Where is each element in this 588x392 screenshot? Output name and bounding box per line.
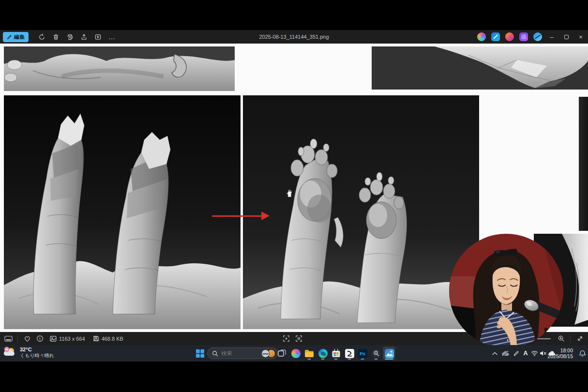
task-view-icon bbox=[278, 349, 286, 358]
weather-condition: くもり時々晴れ bbox=[20, 353, 54, 359]
maximize-button[interactable] bbox=[559, 30, 573, 44]
letterbox-top bbox=[0, 0, 588, 30]
notification-button[interactable] bbox=[577, 347, 587, 360]
tray-ime-button[interactable]: A bbox=[521, 347, 530, 360]
taskbar: 32°C くもり時々晴れ bbox=[0, 345, 588, 362]
filesize-value: 468.8 KB bbox=[102, 336, 123, 342]
rotate-button[interactable] bbox=[35, 31, 48, 42]
weather-temp: 32°C bbox=[20, 347, 54, 353]
tray-onedrive-button[interactable] bbox=[500, 347, 510, 360]
delete-icon bbox=[52, 33, 60, 41]
running-indicator bbox=[321, 359, 325, 360]
more-button[interactable]: … bbox=[106, 31, 119, 42]
pencil-icon bbox=[7, 34, 12, 40]
microsoft-store-icon bbox=[332, 349, 341, 358]
clock-date: 2025/08/15 bbox=[547, 353, 573, 359]
zoom-fit-icon bbox=[283, 335, 290, 342]
zoom-in-icon bbox=[558, 335, 565, 342]
edit-button[interactable]: 編集 bbox=[3, 32, 29, 42]
running-indicator bbox=[361, 359, 364, 360]
search-highlights[interactable] bbox=[261, 349, 275, 358]
start-button[interactable] bbox=[194, 347, 206, 360]
gallery-icon[interactable] bbox=[519, 32, 528, 41]
titlebar-right: – × bbox=[474, 30, 588, 44]
taskbar-search[interactable] bbox=[207, 347, 278, 359]
zbrush-icon bbox=[345, 349, 354, 358]
zoom-in-button[interactable] bbox=[555, 333, 567, 344]
designer-icon[interactable] bbox=[491, 32, 500, 41]
slideshow-icon bbox=[94, 33, 102, 41]
collage-panel-before bbox=[4, 95, 241, 329]
chevron-up-icon bbox=[492, 352, 498, 355]
share-button[interactable] bbox=[77, 31, 90, 42]
tray-clock[interactable]: 18:00 2025/08/15 bbox=[545, 347, 575, 360]
visual-search-icon[interactable] bbox=[533, 32, 542, 41]
photos-button[interactable] bbox=[383, 347, 395, 360]
print-button[interactable] bbox=[63, 31, 76, 42]
tray-wifi-button[interactable] bbox=[529, 347, 539, 360]
zoom-fit-button[interactable] bbox=[280, 333, 292, 344]
search-icon bbox=[212, 350, 218, 357]
filmstrip-icon bbox=[4, 335, 13, 342]
edge-icon bbox=[318, 349, 328, 358]
image-icon bbox=[50, 336, 57, 342]
microsoft-store-button[interactable] bbox=[330, 347, 342, 360]
viewer-zoom-modes bbox=[280, 333, 305, 344]
favorite-button[interactable] bbox=[21, 333, 33, 344]
collage-panel-after bbox=[243, 95, 479, 329]
active-indicator bbox=[385, 359, 393, 360]
fullscreen-icon bbox=[576, 335, 584, 342]
filesize-icon bbox=[93, 335, 99, 342]
file-explorer-button[interactable] bbox=[303, 347, 316, 360]
wifi-icon bbox=[531, 350, 538, 356]
copilot-icon bbox=[291, 349, 301, 358]
pen-icon bbox=[513, 350, 519, 357]
minimize-button[interactable]: – bbox=[544, 30, 559, 44]
edge-button[interactable] bbox=[317, 347, 329, 360]
ime-mode-icon: A bbox=[523, 350, 528, 357]
collage-panel-top-right bbox=[372, 46, 588, 90]
search-input[interactable] bbox=[221, 350, 261, 356]
clipchamp-icon[interactable] bbox=[505, 32, 514, 41]
photoshop-button[interactable]: Ps bbox=[356, 347, 369, 360]
copilot-icon[interactable] bbox=[477, 32, 486, 41]
maximize-icon bbox=[564, 35, 569, 39]
share-icon bbox=[80, 33, 88, 41]
info-button[interactable] bbox=[33, 333, 46, 344]
fullscreen-button[interactable] bbox=[573, 333, 586, 344]
file-explorer-icon bbox=[304, 349, 314, 358]
photos-titlebar: 編集 … 2025-08-13_114144_351.png bbox=[0, 30, 588, 44]
print-icon bbox=[66, 33, 74, 41]
onedrive-paused-icon bbox=[501, 350, 510, 357]
zbrush-button[interactable] bbox=[343, 347, 356, 360]
delete-button[interactable] bbox=[49, 31, 62, 42]
tray-chevron-button[interactable] bbox=[490, 347, 499, 360]
actual-size-button[interactable] bbox=[292, 333, 305, 344]
sculpt-lowpoly-paw-fragment bbox=[372, 46, 588, 90]
rotate-icon bbox=[38, 33, 45, 41]
divider bbox=[570, 335, 571, 343]
file-size: 468.8 KB bbox=[93, 335, 123, 342]
dimensions-value: 1163 x 664 bbox=[59, 336, 85, 342]
slideshow-button[interactable] bbox=[91, 31, 105, 42]
photos-icon bbox=[385, 349, 394, 358]
video-frame: 編集 … 2025-08-13_114144_351.png bbox=[0, 0, 588, 392]
webcam-overlay bbox=[449, 234, 563, 348]
actual-size-icon bbox=[295, 335, 302, 342]
task-view-button[interactable] bbox=[276, 347, 288, 360]
annotation-arrow-line bbox=[212, 215, 262, 217]
close-button[interactable]: × bbox=[573, 30, 588, 44]
more-icon: … bbox=[108, 33, 116, 41]
info-icon bbox=[36, 335, 44, 342]
collage-panel-top-left bbox=[4, 46, 235, 91]
magnifier-person-icon bbox=[373, 350, 379, 357]
running-indicator bbox=[348, 359, 351, 360]
tray-pen-button[interactable] bbox=[511, 347, 521, 360]
image-dimensions: 1163 x 664 bbox=[50, 336, 85, 342]
filmstrip-toggle[interactable] bbox=[2, 333, 15, 344]
taskbar-copilot-button[interactable] bbox=[289, 347, 302, 360]
letterbox-bottom bbox=[0, 362, 588, 392]
weather-icon bbox=[3, 346, 16, 359]
magnifier-tool-button[interactable] bbox=[370, 347, 382, 360]
running-indicator bbox=[375, 359, 378, 360]
